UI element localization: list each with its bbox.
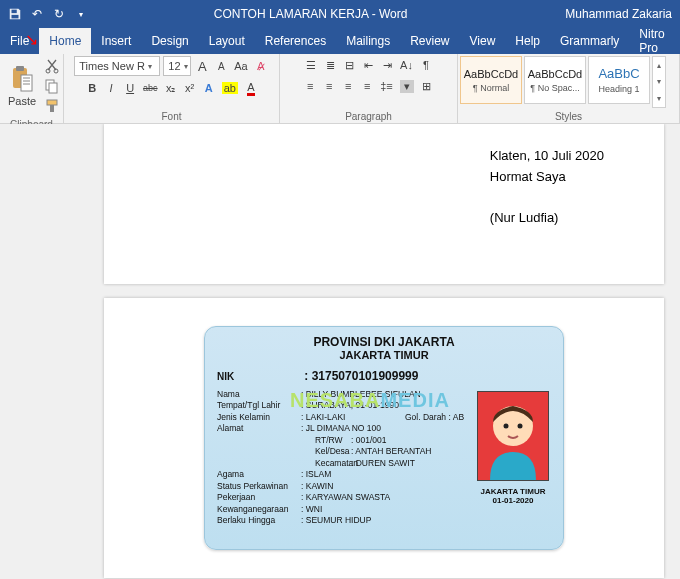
grow-font-button[interactable]: A [194, 57, 210, 75]
document-area[interactable]: Klaten, 10 Juli 2020 Hormat Saya (Nur Lu… [0, 124, 680, 579]
decrease-indent-button[interactable]: ⇤ [360, 56, 376, 74]
bullets-button[interactable]: ☰ [303, 56, 319, 74]
chevron-up-icon[interactable]: ▴ [657, 61, 661, 70]
clipboard-icon [10, 65, 34, 93]
tab-references[interactable]: References [255, 28, 336, 54]
chevron-down-icon: ▾ [148, 62, 152, 71]
tab-review[interactable]: Review [400, 28, 459, 54]
bold-button[interactable]: B [84, 79, 100, 97]
numbering-button[interactable]: ≣ [322, 56, 338, 74]
group-label-font: Font [64, 110, 279, 123]
style-heading-1[interactable]: AaBbC Heading 1 [588, 56, 650, 104]
save-icon[interactable] [8, 7, 22, 21]
multilevel-list-button[interactable]: ⊟ [341, 56, 357, 74]
ribbon: Paste Clipboard Times New R▾ 12▾ A [0, 54, 680, 124]
group-font: Times New R▾ 12▾ A A Aa A̷ B I U abc x₂ … [64, 54, 280, 123]
line-spacing-button[interactable]: ‡≡ [378, 77, 395, 95]
sort-button[interactable]: A↓ [398, 56, 415, 74]
show-marks-button[interactable]: ¶ [418, 56, 434, 74]
id-card: PROVINSI DKI JAKARTA JAKARTA TIMUR NIK :… [204, 326, 564, 550]
chevron-down-icon: ▾ [184, 62, 188, 71]
paste-label: Paste [8, 95, 36, 107]
redo-icon[interactable]: ↻ [52, 7, 66, 21]
svg-rect-1 [12, 15, 19, 19]
subscript-button[interactable]: x₂ [163, 79, 179, 97]
font-color-button[interactable]: A [243, 79, 259, 97]
underline-button[interactable]: U [122, 79, 138, 97]
paste-button[interactable]: Paste [4, 63, 40, 109]
avatar-icon [480, 396, 546, 480]
highlight-button[interactable]: ab [220, 79, 240, 97]
id-photo [477, 391, 549, 481]
shrink-font-button[interactable]: A [213, 57, 229, 75]
doc-date-place: Klaten, 10 Juli 2020 [490, 148, 604, 163]
svg-rect-3 [16, 66, 24, 71]
clear-formatting-button[interactable]: A̷ [253, 57, 269, 75]
menu-bar: File Home Insert Design Layout Reference… [0, 28, 680, 54]
id-province: PROVINSI DKI JAKARTA [217, 335, 551, 349]
doc-signature: (Nur Ludfia) [490, 210, 604, 225]
id-photo-caption: JAKARTA TIMUR 01-01-2020 [477, 487, 549, 505]
id-nik-label: NIK [217, 371, 301, 382]
tab-grammarly[interactable]: Grammarly [550, 28, 629, 54]
justify-button[interactable]: ≡ [359, 77, 375, 95]
tab-view[interactable]: View [460, 28, 506, 54]
group-paragraph: ☰ ≣ ⊟ ⇤ ⇥ A↓ ¶ ≡ ≡ ≡ ≡ ‡≡ ▾ ⊞ Paragraph [280, 54, 458, 123]
qat-dropdown-icon[interactable]: ▾ [74, 7, 88, 21]
id-city: JAKARTA TIMUR [217, 349, 551, 361]
borders-button[interactable]: ⊞ [419, 77, 435, 95]
style-normal[interactable]: AaBbCcDd ¶ Normal [460, 56, 522, 104]
tab-nitro[interactable]: Nitro Pro [629, 28, 674, 54]
svg-point-13 [518, 424, 523, 429]
expand-icon[interactable]: ▾ [657, 94, 661, 103]
tab-home[interactable]: Home [39, 28, 91, 54]
svg-rect-9 [47, 100, 57, 105]
font-size-combo[interactable]: 12▾ [163, 56, 191, 76]
svg-rect-0 [12, 10, 17, 14]
superscript-button[interactable]: x² [182, 79, 198, 97]
svg-point-12 [504, 424, 509, 429]
format-painter-icon[interactable] [44, 98, 60, 114]
tab-insert[interactable]: Insert [91, 28, 141, 54]
page-1[interactable]: Klaten, 10 Juli 2020 Hormat Saya (Nur Lu… [104, 124, 664, 284]
styles-scroll[interactable]: ▴▾▾ [652, 56, 666, 108]
svg-rect-10 [50, 105, 54, 112]
svg-rect-8 [49, 83, 57, 93]
tab-help[interactable]: Help [505, 28, 550, 54]
tab-layout[interactable]: Layout [199, 28, 255, 54]
user-name[interactable]: Muhammad Zakaria [565, 7, 680, 21]
page-2[interactable]: PROVINSI DKI JAKARTA JAKARTA TIMUR NIK :… [104, 298, 664, 578]
font-name-combo[interactable]: Times New R▾ [74, 56, 160, 76]
style-no-spacing[interactable]: AaBbCcDd ¶ No Spac... [524, 56, 586, 104]
id-nik-value: 3175070101909999 [312, 369, 419, 383]
undo-icon[interactable]: ↶ [30, 7, 44, 21]
svg-rect-4 [21, 75, 32, 91]
change-case-button[interactable]: Aa [232, 57, 249, 75]
tab-design[interactable]: Design [141, 28, 198, 54]
strikethrough-button[interactable]: abc [141, 79, 160, 97]
italic-button[interactable]: I [103, 79, 119, 97]
document-title: CONTOH LAMARAN KERJA - Word [96, 7, 565, 21]
chevron-down-icon[interactable]: ▾ [657, 77, 661, 86]
annotation-arrow-icon: ↘ [25, 30, 38, 49]
quick-access-toolbar: ↶ ↻ ▾ [0, 7, 96, 21]
group-label-styles: Styles [458, 110, 679, 123]
watermark: NESABAMEDIA [290, 389, 450, 412]
title-bar: ↶ ↻ ▾ CONTOH LAMARAN KERJA - Word Muhamm… [0, 0, 680, 28]
align-left-button[interactable]: ≡ [302, 77, 318, 95]
text-effects-button[interactable]: A [201, 79, 217, 97]
align-right-button[interactable]: ≡ [340, 77, 356, 95]
increase-indent-button[interactable]: ⇥ [379, 56, 395, 74]
shading-button[interactable]: ▾ [398, 77, 416, 95]
group-label-paragraph: Paragraph [280, 110, 457, 123]
tab-mailings[interactable]: Mailings [336, 28, 400, 54]
align-center-button[interactable]: ≡ [321, 77, 337, 95]
group-clipboard: Paste Clipboard [0, 54, 64, 123]
cut-icon[interactable] [44, 58, 60, 74]
group-styles: AaBbCcDd ¶ Normal AaBbCcDd ¶ No Spac... … [458, 54, 680, 123]
copy-icon[interactable] [44, 78, 60, 94]
doc-greeting: Hormat Saya [490, 169, 604, 184]
